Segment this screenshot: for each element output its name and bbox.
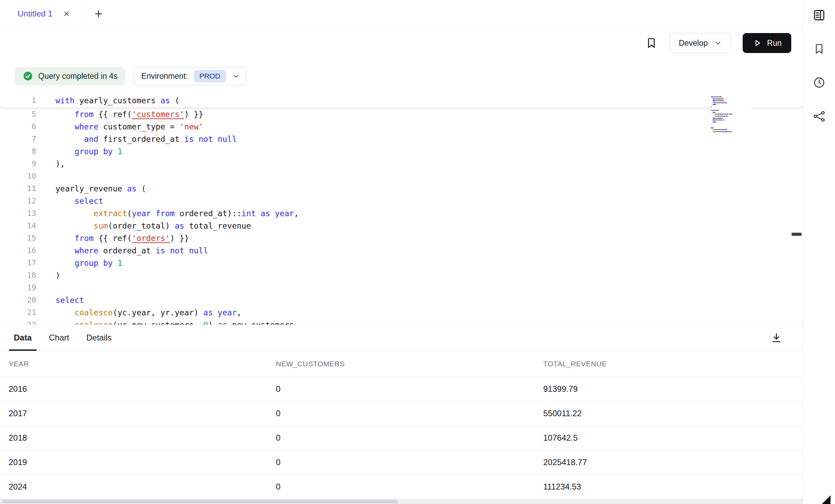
table-cell: 0 bbox=[267, 433, 535, 443]
code-line[interactable]: 21 coalesce(yc.year, yr.year) as year, bbox=[0, 306, 803, 319]
table-row: 20170550011.22 bbox=[0, 401, 803, 426]
line-number: 10 bbox=[0, 170, 36, 182]
tab-label: Untitled 1 bbox=[18, 9, 52, 19]
line-number: 21 bbox=[0, 306, 36, 319]
chevron-down-icon bbox=[231, 72, 240, 81]
tab-untitled-1[interactable]: Untitled 1 bbox=[0, 0, 83, 27]
lineage-graph-icon[interactable] bbox=[812, 109, 826, 123]
line-number: 19 bbox=[0, 282, 36, 294]
table-cell: 2025418.77 bbox=[535, 458, 803, 467]
code-line[interactable]: 13 extract(year from ordered_at)::int as… bbox=[0, 207, 803, 220]
code-line[interactable]: 16 where ordered_at is not null bbox=[0, 244, 803, 257]
table-row: 20240111234.53 bbox=[0, 475, 803, 499]
minimap-line bbox=[711, 100, 751, 101]
status-row: Query completed in 4s Environment: PROD bbox=[0, 59, 803, 94]
bookmark-icon[interactable] bbox=[812, 42, 826, 56]
horizontal-scrollbar[interactable] bbox=[0, 499, 803, 504]
code-line[interactable]: 18) bbox=[0, 269, 803, 282]
line-number: 14 bbox=[0, 220, 36, 232]
code-text: select bbox=[36, 294, 84, 306]
table-row: 201902025418.77 bbox=[0, 450, 803, 475]
tab-chart[interactable]: Chart bbox=[49, 325, 69, 350]
sticky-scope-line[interactable]: 1with yearly_customers as ( bbox=[0, 94, 803, 107]
code-line[interactable]: 17 group by 1 bbox=[0, 257, 803, 269]
table-cell: 91399.79 bbox=[535, 384, 803, 394]
code-line[interactable]: 19 bbox=[0, 282, 803, 294]
environment-label: Environment: bbox=[141, 72, 188, 81]
minimap-line bbox=[711, 106, 751, 107]
code-line[interactable]: 11yearly_revenue as ( bbox=[0, 182, 803, 195]
minimap-line bbox=[711, 119, 751, 120]
minimap-line bbox=[711, 112, 751, 113]
code-line[interactable]: 15 from {{ ref('orders') }} bbox=[0, 232, 803, 244]
code-line[interactable]: 9), bbox=[0, 158, 803, 170]
code-text: group by 1 bbox=[36, 145, 122, 158]
code-text: from {{ ref('customers') }} bbox=[36, 108, 203, 120]
line-number: 7 bbox=[0, 133, 36, 145]
tab-details[interactable]: Details bbox=[86, 325, 112, 350]
code-line[interactable]: 12 select bbox=[0, 195, 803, 207]
code-line[interactable]: 20select bbox=[0, 294, 803, 306]
code-line[interactable]: 6 where customer_type = 'new' bbox=[0, 120, 803, 133]
table-cell: 2016 bbox=[0, 384, 267, 394]
table-cell: 107642.5 bbox=[535, 433, 803, 443]
code-line[interactable]: 7 and first_ordered_at is not null bbox=[0, 133, 803, 145]
code-line[interactable]: 8 group by 1 bbox=[0, 145, 803, 158]
develop-dropdown[interactable]: Develop bbox=[670, 33, 731, 53]
code-text: ), bbox=[36, 158, 65, 170]
environment-value-badge: PROD bbox=[194, 70, 226, 82]
table-cell: 0 bbox=[267, 458, 535, 467]
code-text: group by 1 bbox=[36, 257, 122, 269]
minimap-line bbox=[711, 96, 751, 97]
minimap-line bbox=[711, 127, 751, 128]
minimap-line bbox=[711, 108, 751, 109]
new-tab-button[interactable] bbox=[92, 7, 105, 20]
run-label: Run bbox=[767, 39, 782, 48]
minimap-line bbox=[711, 104, 751, 105]
history-clock-icon[interactable] bbox=[812, 76, 826, 90]
table-cell: 2024 bbox=[0, 482, 267, 492]
minimap-line bbox=[711, 122, 751, 123]
line-number: 11 bbox=[0, 182, 36, 195]
code-line[interactable]: 5 from {{ ref('customers') }} bbox=[0, 108, 803, 120]
code-line[interactable]: 1with yearly_customers as ( bbox=[0, 94, 803, 107]
results-tabs: DataChartDetails bbox=[0, 325, 803, 351]
code-text: extract(year from ordered_at)::int as ye… bbox=[36, 207, 299, 220]
run-button[interactable]: Run bbox=[743, 33, 791, 53]
minimap-line bbox=[711, 123, 751, 124]
download-icon[interactable] bbox=[770, 331, 783, 345]
line-number: 20 bbox=[0, 294, 36, 306]
line-number: 18 bbox=[0, 269, 36, 282]
table-cell: 0 bbox=[267, 409, 535, 418]
table-cell: 2017 bbox=[0, 409, 267, 418]
line-number: 13 bbox=[0, 207, 36, 220]
editor-panel-icon[interactable] bbox=[812, 8, 826, 22]
code-text: from {{ ref('orders') }} bbox=[36, 232, 189, 244]
develop-label: Develop bbox=[679, 39, 708, 48]
main-panel: Untitled 1 Develop Run bbox=[0, 0, 803, 504]
table-cell: 550011.22 bbox=[535, 409, 803, 418]
ref-link[interactable]: 'customers' bbox=[132, 110, 184, 119]
code-line[interactable]: 10 bbox=[0, 170, 803, 182]
minimap-line bbox=[711, 116, 751, 117]
ref-link[interactable]: 'orders' bbox=[132, 234, 170, 243]
horizontal-scrollbar-thumb[interactable] bbox=[2, 500, 398, 503]
tab-data[interactable]: Data bbox=[14, 325, 32, 350]
minimap-line bbox=[711, 102, 751, 103]
table-header-row: YEARNEW_CUSTOMERSTOTAL_REVENUE bbox=[0, 351, 803, 377]
line-number: 5 bbox=[0, 108, 36, 120]
line-number: 12 bbox=[0, 195, 36, 207]
sql-editor[interactable]: 1with yearly_customers as ( 5 from {{ re… bbox=[0, 94, 803, 325]
editor-scrollbar-thumb[interactable] bbox=[792, 233, 802, 236]
code-area[interactable]: 5 from {{ ref('customers') }}6 where cus… bbox=[0, 107, 803, 325]
code-line[interactable]: 22 coalesce(yc.new_customers, 0) as new_… bbox=[0, 319, 803, 325]
table-row: 2016091399.79 bbox=[0, 377, 803, 401]
close-icon[interactable] bbox=[61, 9, 72, 19]
bookmark-icon[interactable] bbox=[645, 36, 658, 50]
code-line[interactable]: 14 sum(order_total) as total_revenue bbox=[0, 220, 803, 232]
line-number: 22 bbox=[0, 319, 36, 325]
code-text: yearly_revenue as ( bbox=[36, 182, 146, 195]
editor-minimap[interactable] bbox=[710, 95, 752, 134]
environment-selector[interactable]: Environment: PROD bbox=[134, 67, 246, 85]
line-number: 6 bbox=[0, 120, 36, 133]
